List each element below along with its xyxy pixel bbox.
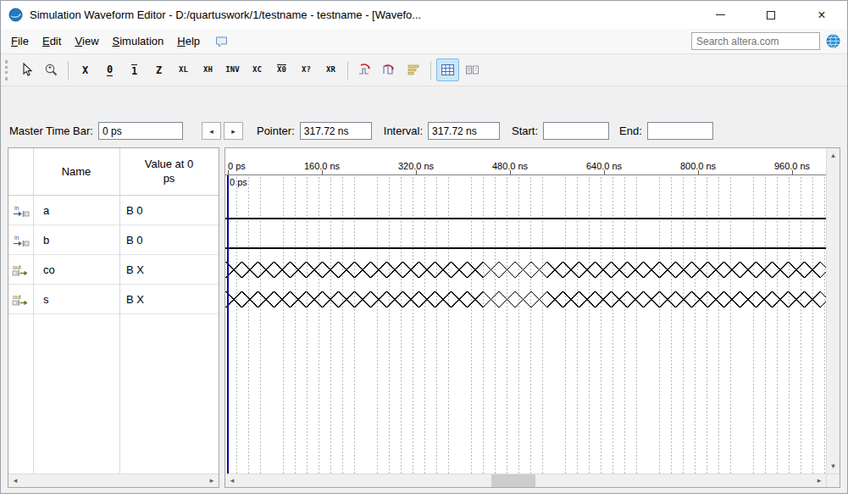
close-button[interactable]: × <box>796 1 847 29</box>
sort-button[interactable] <box>402 58 425 81</box>
title-bar[interactable]: Simulation Waveform Editor - D:/quartusw… <box>1 1 847 29</box>
svg-text:out: out <box>13 294 21 300</box>
master-time-bar-label: Master Time Bar: <box>9 125 93 140</box>
menu-view[interactable]: View <box>68 29 105 53</box>
signal-row-a[interactable]: inaB 0 <box>8 196 219 225</box>
selection-tool-button[interactable] <box>15 58 38 81</box>
forcing-high-button[interactable]: 1 <box>123 58 146 81</box>
master-time-bar-input[interactable] <box>98 122 183 140</box>
waveform-unknown-band <box>225 262 826 278</box>
search-input[interactable] <box>691 32 820 50</box>
invert-button[interactable]: INV <box>221 58 244 81</box>
show-value-tips-icon <box>465 63 479 77</box>
waveform-panel: 0 ps160.0 ns320.0 ns480.0 ns640.0 ns800.… <box>224 147 840 488</box>
main-area: Name Value at 0 ps inaB 0inbB 0outcoB Xo… <box>8 147 840 488</box>
start-input[interactable] <box>543 122 609 140</box>
pointer-label: Pointer: <box>257 125 295 140</box>
forcing-low-icon: 0 <box>107 64 113 76</box>
scroll-right-icon[interactable]: ▸ <box>812 474 826 487</box>
wave-hscrollbar[interactable]: ◂ ▸ <box>225 474 826 487</box>
menu-simulation[interactable]: Simulation <box>106 29 171 53</box>
toolbar-row: X01ZXLXHINVXCX0X?XR <box>1 54 847 86</box>
signal-row-s[interactable]: outsB X <box>8 285 219 314</box>
waveform-area[interactable]: 0 ps <box>225 175 826 474</box>
ruler-tick <box>604 170 605 174</box>
toolbar-separator <box>68 61 69 80</box>
time-bar: Master Time Bar: ◂ ▸ Pointer: Interval: … <box>1 86 847 147</box>
signal-scroll-track[interactable] <box>22 474 205 487</box>
menu-bar: FileEditViewSimulationHelp <box>1 29 847 54</box>
menu-edit[interactable]: Edit <box>36 29 68 53</box>
wave-scroll-track[interactable] <box>239 474 812 487</box>
time-cursor-line[interactable] <box>227 175 229 474</box>
arbitrary-value-button[interactable]: X? <box>295 58 318 81</box>
scroll-left-icon[interactable]: ◂ <box>8 474 22 487</box>
snap-to-grid-button[interactable] <box>353 58 376 81</box>
wave-co[interactable] <box>225 255 826 285</box>
signal-hscrollbar[interactable]: ◂ ▸ <box>8 474 219 487</box>
app-logo-icon <box>8 8 23 22</box>
minimize-button[interactable] <box>695 1 745 29</box>
scroll-right-icon[interactable]: ▸ <box>205 474 219 487</box>
time-ruler[interactable]: 0 ps160.0 ns320.0 ns480.0 ns640.0 ns800.… <box>225 148 826 175</box>
signal-row-b[interactable]: inbB 0 <box>8 225 219 255</box>
ruler-tick <box>322 170 323 174</box>
table-header: Name Value at 0 ps <box>8 148 219 196</box>
weak-high-button[interactable]: XH <box>197 58 219 81</box>
scroll-thumb[interactable] <box>491 474 535 487</box>
forcing-low-button[interactable]: 0 <box>98 58 121 81</box>
signal-value: B X <box>119 263 219 276</box>
in-pin-icon: in <box>8 234 33 246</box>
zoom-tool-button[interactable] <box>40 58 63 81</box>
globe-icon[interactable] <box>826 34 840 48</box>
feedback-icon[interactable] <box>215 36 228 47</box>
signal-name: a <box>33 204 119 217</box>
scroll-up-icon[interactable]: ▴ <box>827 149 840 162</box>
wave-s[interactable] <box>225 285 826 314</box>
snap-to-transition-button[interactable] <box>378 58 401 81</box>
ruler-tick <box>510 170 511 174</box>
forcing-unknown-button[interactable]: X <box>74 58 97 81</box>
column-divider <box>119 148 120 474</box>
random-values-button[interactable]: XR <box>319 58 342 81</box>
waveform-view: 0 ps160.0 ns320.0 ns480.0 ns640.0 ns800.… <box>225 148 826 474</box>
timebar-prev-button[interactable]: ◂ <box>202 122 221 140</box>
scroll-left-icon[interactable]: ◂ <box>225 474 239 487</box>
signal-row-co[interactable]: outcoB X <box>8 255 219 285</box>
waveform-low-line <box>225 247 826 249</box>
wave-rows <box>225 196 826 314</box>
timebar-next-button[interactable]: ▸ <box>224 122 243 140</box>
weak-low-button[interactable]: XL <box>172 58 195 81</box>
minimize-icon <box>716 14 725 15</box>
show-grid-button[interactable] <box>436 58 459 81</box>
snap-to-transition-icon <box>382 63 396 77</box>
forcing-high-impedance-button[interactable]: Z <box>147 58 170 81</box>
close-icon: × <box>818 8 825 22</box>
forcing-unknown-icon: X <box>82 65 88 75</box>
clock-button[interactable]: X0 <box>270 58 293 81</box>
toolbar-grip[interactable] <box>5 60 10 80</box>
count-value-button[interactable]: XC <box>246 58 269 81</box>
ruler-tick <box>698 170 699 174</box>
show-grid-icon <box>441 63 455 77</box>
toolbar-separator <box>347 61 348 80</box>
scroll-down-icon[interactable]: ▾ <box>827 460 840 473</box>
maximize-button[interactable] <box>745 1 796 29</box>
ruler-tick-label: 0 ps <box>228 161 246 171</box>
svg-text:in: in <box>14 235 19 241</box>
arbitrary-value-icon: X? <box>302 66 311 74</box>
waveform-low-line <box>225 218 826 219</box>
menu-file[interactable]: File <box>4 29 36 53</box>
end-input[interactable] <box>647 122 713 140</box>
right-arrow-icon: ▸ <box>231 127 236 136</box>
wave-a[interactable] <box>225 196 826 225</box>
window-controls: × <box>695 1 847 29</box>
show-value-tips-button[interactable] <box>461 58 484 81</box>
signal-panel: Name Value at 0 ps inaB 0inbB 0outcoB Xo… <box>8 147 219 488</box>
signal-name: s <box>33 293 119 306</box>
waveform-unknown-band <box>225 291 826 307</box>
menu-help[interactable]: Help <box>170 29 207 53</box>
vertical-scrollbar[interactable]: ▴ ▾ <box>826 148 840 474</box>
forcing-high-icon: 1 <box>131 64 137 76</box>
wave-b[interactable] <box>225 225 826 255</box>
